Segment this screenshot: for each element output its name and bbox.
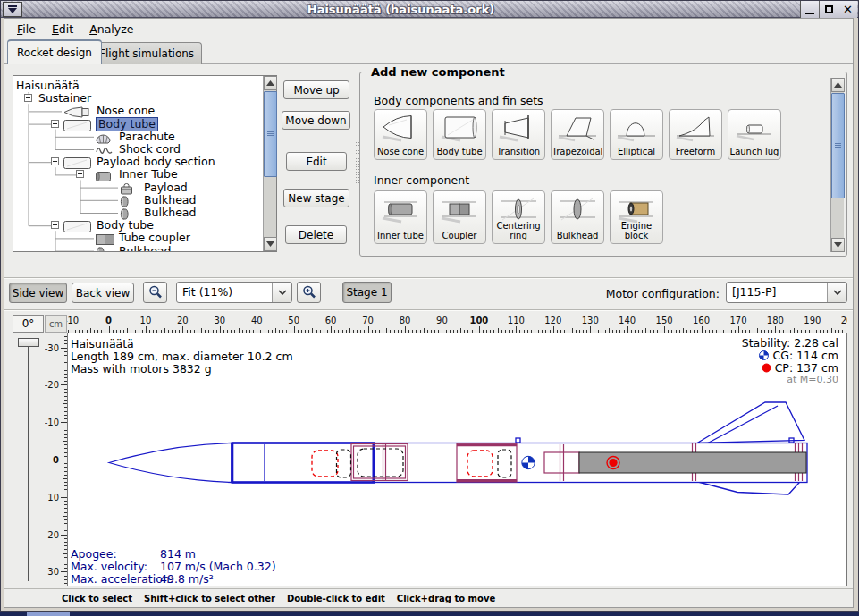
h-ruler-label: 100 [469, 316, 488, 325]
v-ruler-label: -30 [45, 342, 59, 352]
tree-item-label[interactable]: Sustainer [38, 92, 91, 105]
menu-analyze[interactable]: Analyze [81, 21, 141, 38]
tree-item-parachute[interactable]: Parachute [13, 131, 263, 143]
tree-item-tube-coupler[interactable]: Tube coupler [13, 232, 263, 244]
tree-item-haisun-t-[interactable]: Haisunäätä [13, 80, 263, 92]
window-title: Haisunäätä (haisunaata.ork) [1, 3, 801, 16]
add-freeform-button[interactable]: Freeform [669, 109, 722, 160]
component-button-label: Inner tube [377, 231, 424, 240]
tree-scrollbar[interactable] [263, 76, 276, 251]
tree-item-shock-cord[interactable]: Shock cord [13, 143, 263, 156]
toolbar-separator [4, 309, 853, 311]
tree-item-label[interactable]: Bulkhead [144, 194, 196, 207]
flight-stat-value: 49.8 m/s² [160, 573, 214, 586]
rocket-view-canvas[interactable]: Haisunäätä Length 189 cm, max. diameter … [67, 333, 847, 586]
fin-top [697, 402, 804, 443]
add-transition-button[interactable]: Transition [492, 109, 545, 160]
tree-collapse-handle[interactable] [51, 120, 59, 128]
tree-item-label[interactable]: Tube coupler [119, 232, 190, 244]
new-stage-button[interactable]: New stage [283, 189, 349, 207]
menu-file[interactable]: File [9, 21, 44, 38]
add-trapezoidal-button[interactable]: Trapezoidal [551, 109, 604, 160]
scroll-down-button[interactable] [831, 238, 845, 252]
tree-item-body-tube[interactable]: Body tube [13, 118, 263, 131]
freeform-icon [675, 114, 716, 146]
h-ruler-label: 110 [508, 316, 525, 325]
tree-item-label[interactable]: Bulkhead [144, 207, 196, 219]
tree-item-bulkhead[interactable]: Bulkhead [13, 207, 263, 219]
add-body-tube-button[interactable]: Body tube [433, 109, 486, 160]
section-label-inner: Inner component [374, 173, 469, 187]
tree-scrollbar-thumb[interactable] [264, 91, 277, 177]
tree-item-bulkhead[interactable]: Bulkhead [13, 194, 263, 207]
tab-flight-simulations[interactable]: Flight simulations [91, 42, 202, 64]
h-ruler-label: 180 [767, 316, 784, 325]
move-down-button[interactable]: Move down [282, 111, 350, 130]
mach-condition: at M=0.30 [742, 374, 838, 386]
tree-item-label[interactable]: Inner Tube [119, 168, 178, 181]
component-scrollbar[interactable] [830, 78, 844, 252]
add-inner-tube-button[interactable]: Inner tube [374, 190, 427, 244]
tree-item-label[interactable]: Haisunäätä [16, 80, 80, 92]
tree-collapse-handle[interactable] [51, 157, 59, 165]
rotation-slider-handle[interactable] [18, 338, 39, 347]
v-ruler-label: -10 [45, 418, 59, 427]
tree-item-label[interactable]: Nose cone [97, 105, 155, 117]
component-scrollbar-thumb[interactable] [831, 93, 845, 198]
back-view-button[interactable]: Back view [72, 283, 134, 303]
rocket-name: Haisunäätä [71, 338, 293, 350]
tree-item-sustainer[interactable]: Sustainer [13, 92, 263, 105]
add-bulkhead-button[interactable]: Bulkhead [551, 190, 604, 244]
engine-block-icon [616, 195, 657, 227]
delete-button[interactable]: Delete [285, 225, 347, 244]
tree-item-bulkhead[interactable]: Bulkhead [13, 245, 263, 251]
tree-collapse-handle[interactable] [51, 221, 59, 229]
status-hint: Shift+click to select other [144, 594, 275, 603]
tree-item-label[interactable]: Body tube [97, 118, 157, 131]
side-view-button[interactable]: Side view [9, 283, 67, 303]
tree-item-label[interactable]: Bulkhead [119, 245, 171, 251]
tree-item-label[interactable]: Shock cord [119, 143, 181, 156]
ruler-unit: cm [45, 315, 67, 333]
tree-collapse-handle[interactable] [24, 94, 32, 102]
scroll-up-button[interactable] [264, 76, 277, 90]
maximize-button[interactable] [820, 1, 838, 18]
status-hint: Click to select [62, 594, 132, 603]
tree-collapse-handle[interactable] [76, 170, 84, 178]
add-launch-lug-button[interactable]: Launch lug [728, 109, 781, 160]
tree-item-payload-body-section[interactable]: Payload body section [13, 156, 263, 168]
titlebar[interactable]: Haisunäätä (haisunaata.ork) ✕ [1, 1, 858, 18]
tree-item-nose-cone[interactable]: Nose cone [13, 105, 263, 117]
stage-1-toggle[interactable]: Stage 1 [342, 282, 392, 303]
h-ruler-label: 200 [841, 316, 847, 325]
zoom-level-combo[interactable]: Fit (11%) [176, 282, 292, 303]
tree-item-payload[interactable]: Payload [13, 181, 263, 194]
zoom-out-button[interactable] [143, 282, 167, 303]
tree-item-label[interactable]: Body tube [97, 219, 154, 232]
h-ruler-label: 130 [582, 316, 599, 325]
close-button[interactable]: ✕ [838, 1, 857, 18]
add-centering-ring-button[interactable]: Centeringring [492, 190, 545, 244]
chevron-down-icon [272, 283, 291, 302]
move-up-button[interactable]: Move up [283, 80, 349, 99]
elliptical-icon [616, 114, 657, 146]
scroll-down-button[interactable] [264, 237, 277, 251]
tree-item-label[interactable]: Payload [144, 181, 188, 194]
tree-item-inner-tube[interactable]: Inner Tube [13, 168, 263, 181]
add-elliptical-button[interactable]: Elliptical [610, 109, 663, 160]
add-nose-cone-button[interactable]: Nose cone [374, 109, 427, 160]
scroll-up-button[interactable] [831, 78, 845, 92]
tree-item-body-tube[interactable]: Body tube [13, 219, 263, 232]
v-ruler-label: 0 [53, 455, 59, 465]
add-coupler-button[interactable]: Coupler [433, 190, 486, 244]
tab-rocket-design[interactable]: Rocket design [7, 39, 102, 64]
tree-item-label[interactable]: Payload body section [97, 156, 215, 168]
menu-edit[interactable]: Edit [44, 21, 81, 38]
minimize-button[interactable] [801, 1, 820, 18]
zoom-in-button[interactable] [297, 282, 321, 303]
edit-button[interactable]: Edit [286, 152, 347, 171]
tree-item-label[interactable]: Parachute [119, 131, 175, 143]
add-engine-block-button[interactable]: Engineblock [610, 190, 663, 244]
rotation-slider-track[interactable] [28, 347, 29, 581]
motor-configuration-combo[interactable]: [J115-P] [726, 282, 847, 303]
